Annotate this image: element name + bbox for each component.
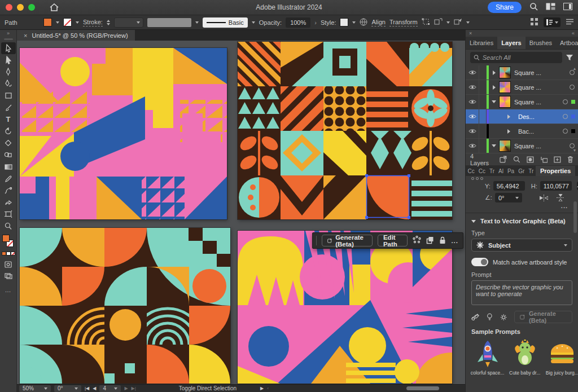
target-circle[interactable] — [563, 99, 568, 104]
panel-close-icon[interactable]: × — [469, 30, 472, 36]
edit-path-button[interactable]: Edit Path — [378, 235, 408, 246]
tab-libraries[interactable]: Libraries — [466, 37, 497, 49]
align-label[interactable]: Align — [371, 19, 385, 27]
ttv-header[interactable]: Text to Vector Graphic (Beta) — [471, 218, 572, 224]
new-sublayer-icon[interactable] — [540, 156, 548, 163]
expand-chevron-icon[interactable] — [503, 114, 514, 119]
delete-layer-icon[interactable] — [567, 156, 573, 163]
stroke-weight-dropdown[interactable] — [114, 17, 143, 28]
tab-artboard[interactable]: Artboard — [556, 37, 578, 49]
target-circle[interactable] — [563, 129, 568, 134]
properties-scrollbar[interactable] — [572, 199, 577, 387]
stroke-weight-stepper[interactable] — [107, 20, 110, 25]
fill-color-swatch[interactable] — [43, 18, 52, 27]
prev-artboard-icon[interactable]: ◀ — [93, 386, 96, 391]
isolate-caret-icon[interactable] — [446, 21, 450, 24]
direct-selection-tool[interactable] — [1, 54, 16, 66]
visibility-toggle[interactable] — [466, 65, 479, 80]
rotation-dropdown[interactable]: 0° — [54, 385, 81, 392]
angle-dropdown[interactable]: 0° — [495, 193, 522, 202]
visibility-toggle[interactable] — [466, 124, 479, 138]
layers-scrollbar[interactable]: ▲▼ — [572, 65, 577, 153]
stroke-color-swatch[interactable] — [63, 18, 72, 27]
search-icon[interactable] — [529, 2, 538, 12]
more-options-icon[interactable]: ... — [451, 237, 458, 244]
search-box[interactable] — [470, 52, 562, 63]
target-circle[interactable] — [563, 114, 568, 119]
panel-layout-icon[interactable] — [563, 3, 572, 12]
gradient-tool[interactable] — [1, 161, 16, 173]
shape-builder-tool[interactable] — [1, 149, 16, 161]
edit-toolbar-icon[interactable]: … — [5, 287, 12, 293]
clipping-mask-icon[interactable] — [527, 156, 534, 163]
layer-thumbnail[interactable] — [499, 96, 511, 108]
first-artboard-icon[interactable]: |◀ — [85, 386, 89, 391]
draw-mode-icon[interactable] — [1, 258, 16, 270]
artboard-2-art[interactable] — [238, 42, 452, 219]
play-icon[interactable]: ▶ — [260, 386, 264, 391]
rectangle-tool[interactable] — [1, 90, 16, 102]
maximize-button[interactable] — [28, 4, 35, 11]
curvature-tool[interactable] — [1, 78, 16, 90]
document-tab[interactable]: × Untitled-5* @ 50 % (RGB/Preview) — [17, 30, 135, 41]
artboard-4-art[interactable] — [238, 231, 452, 384]
draw-prompt-icon[interactable] — [471, 313, 479, 321]
type-dropdown[interactable]: Subject — [471, 239, 572, 252]
layer-row[interactable]: Square ... — [466, 139, 578, 153]
opacity-field[interactable]: 100% — [286, 17, 310, 28]
fill-caret-icon[interactable] — [56, 21, 59, 24]
arrange-caret-icon[interactable] — [466, 21, 470, 24]
reference-point-widget[interactable] — [471, 177, 483, 180]
flip-vertical-icon[interactable] — [557, 194, 564, 201]
tab-properties[interactable]: Properties — [536, 166, 575, 176]
generate-beta-button[interactable]: Generate (Beta) — [322, 235, 373, 246]
tab-abbrev[interactable]: Gr — [516, 166, 527, 176]
workspace-switcher-icon[interactable] — [546, 3, 555, 12]
collect-export-icon[interactable] — [500, 156, 507, 163]
tab-abbrev[interactable]: Tr — [527, 166, 536, 176]
eraser-tool[interactable] — [1, 137, 16, 149]
pen-tool[interactable] — [1, 66, 16, 78]
last-artboard-icon[interactable]: ▶| — [132, 386, 136, 391]
h-field[interactable]: 110,0577 — [540, 181, 572, 191]
blend-tool[interactable] — [1, 184, 16, 196]
next-artboard-icon[interactable]: ▶ — [124, 386, 128, 391]
variable-width-profile[interactable] — [147, 18, 191, 27]
search-input[interactable] — [483, 54, 559, 61]
generate-button-disabled[interactable]: Generate (Beta) — [514, 311, 572, 323]
layer-thumbnail[interactable] — [499, 140, 511, 152]
new-layer-icon[interactable] — [554, 156, 561, 163]
filter-icon[interactable] — [566, 54, 573, 61]
profile-caret-icon[interactable] — [195, 21, 199, 24]
fill-stroke-swatches[interactable] — [1, 234, 16, 249]
match-style-toggle[interactable] — [471, 258, 488, 266]
collapse-tools-icon[interactable]: » — [7, 31, 10, 37]
tab-abbrev[interactable]: Pa — [505, 166, 516, 176]
brush-definition-dropdown[interactable]: Basic — [203, 17, 248, 28]
style-caret-icon[interactable] — [352, 21, 356, 24]
sample-rocket[interactable]: colorful space... — [471, 340, 503, 376]
recolor-icon[interactable] — [413, 236, 421, 245]
minimize-button[interactable] — [17, 4, 24, 11]
collapse-status-icon[interactable]: ‹ — [267, 386, 269, 391]
collapse-chevron-icon[interactable] — [489, 100, 499, 103]
artboard-3-art[interactable] — [20, 228, 230, 384]
tab-brushes[interactable]: Brushes — [526, 37, 556, 49]
settings-gear-icon[interactable] — [500, 313, 507, 321]
color-mode-bar[interactable] — [2, 252, 15, 256]
tab-abbrev[interactable]: Tr — [487, 166, 496, 176]
flip-horizontal-icon[interactable] — [540, 195, 548, 201]
opacity-expand-icon[interactable]: › — [314, 19, 317, 26]
locate-object-icon[interactable] — [513, 156, 520, 163]
style-swatch[interactable] — [340, 18, 348, 27]
panel-mode-toggle[interactable] — [544, 17, 561, 27]
artboard-number-dropdown[interactable]: 4 — [99, 385, 121, 392]
isolate-icon[interactable] — [434, 18, 443, 27]
lock-icon[interactable] — [439, 236, 446, 245]
bounding-box-icon[interactable] — [422, 18, 430, 27]
expand-chevron-icon[interactable] — [489, 71, 499, 75]
zoom-level-dropdown[interactable]: 50% — [19, 385, 51, 392]
rotate-tool[interactable] — [1, 125, 16, 137]
layer-row[interactable]: Square ... — [466, 95, 578, 109]
artboard-tool[interactable] — [1, 208, 16, 220]
